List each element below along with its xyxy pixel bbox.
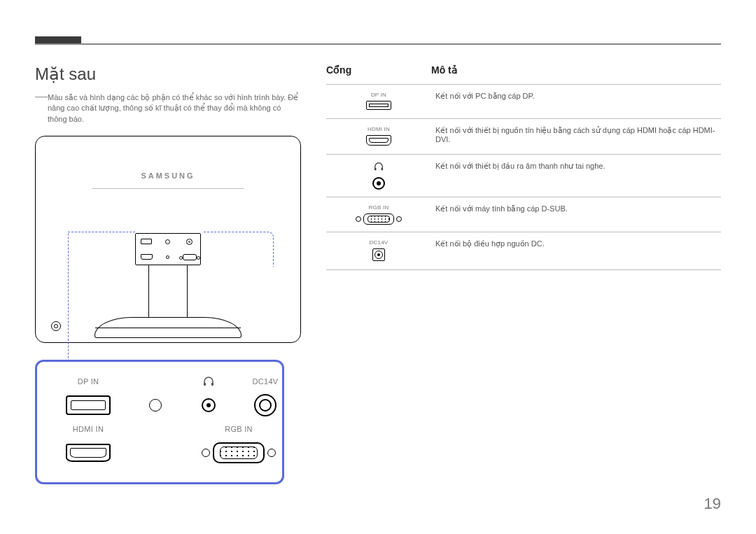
- th-port: Cổng: [326, 64, 431, 85]
- center-dot-icon: [166, 255, 169, 259]
- td-port-icon: RGB IN: [326, 197, 431, 232]
- headphone-jack-mini-icon: [372, 177, 385, 190]
- headphone-mini-icon: [374, 162, 384, 171]
- monitor-rear-illustration: SAMSUNG: [35, 136, 301, 343]
- port-table: Cổng Mô tả DP IN Kết nối với PC bằng cáp…: [326, 64, 721, 270]
- td-port-icon: DC14V: [326, 232, 431, 270]
- callout-dashed-top: [68, 232, 135, 232]
- table-row: RGB IN Kết nối với máy tính bằng cáp D-S…: [326, 197, 721, 232]
- hdmi-port-large-icon: [66, 444, 111, 462]
- headphone-icon: [203, 376, 214, 387]
- table-row: HDMI IN Kết nối với thiết bị nguồn tín h…: [326, 119, 721, 155]
- rgb-label: RGB IN: [225, 425, 253, 433]
- svg-rect-1: [211, 383, 214, 386]
- dp-port-large-icon: [66, 395, 111, 415]
- td-port-icon: DP IN: [326, 85, 431, 119]
- dc-mini-icon: [372, 248, 385, 261]
- center-hole-icon: [149, 399, 162, 412]
- port-mini-label: DP IN: [330, 92, 427, 98]
- dp-mini-icon: [366, 101, 391, 110]
- header-accent: [35, 36, 81, 43]
- page: Mặt sau ― Màu sắc và hình dạng các bộ ph…: [0, 0, 756, 534]
- power-button-icon: [51, 321, 61, 331]
- port-panel-enlarged: DP IN DC14V HDMI IN RGB IN: [35, 360, 284, 484]
- callout-dashed-right: [204, 232, 274, 267]
- section-title: Mặt sau: [35, 64, 301, 84]
- vga-port-large-icon: [202, 442, 276, 463]
- svg-rect-3: [382, 168, 384, 171]
- td-desc: Kết nối với thiết bị đầu ra âm thanh như…: [431, 155, 721, 197]
- page-number: 19: [704, 495, 721, 513]
- header-rule: [35, 43, 721, 45]
- port-panel-small: [135, 233, 201, 265]
- port-mini-label: HDMI IN: [330, 126, 427, 132]
- note-text: Màu sắc và hình dạng các bộ phận có thể …: [48, 92, 301, 125]
- port-mini-label: RGB IN: [330, 204, 427, 211]
- vga-port-icon: [183, 254, 197, 260]
- vga-mini-icon: [356, 213, 402, 225]
- port-mini-label: DC14V: [330, 239, 427, 246]
- monitor-arm: [148, 265, 188, 320]
- dc-port-large-icon: [254, 394, 276, 416]
- dp-port-icon: [141, 239, 152, 244]
- svg-rect-2: [374, 168, 377, 171]
- table-row: DC14V Kết nối bộ điều hợp nguồn DC.: [326, 232, 721, 270]
- two-column-layout: Mặt sau ― Màu sắc và hình dạng các bộ ph…: [35, 64, 721, 484]
- td-desc: Kết nối với thiết bị nguồn tín hiệu bằng…: [431, 119, 721, 155]
- hdmi-label: HDMI IN: [73, 425, 104, 433]
- th-desc: Mô tả: [431, 64, 721, 85]
- td-port-icon: [326, 155, 431, 197]
- hdmi-mini-icon: [366, 135, 391, 146]
- left-column: Mặt sau ― Màu sắc và hình dạng các bộ ph…: [35, 64, 301, 484]
- td-desc: Kết nối bộ điều hợp nguồn DC.: [431, 232, 721, 270]
- td-desc: Kết nối với máy tính bằng cáp D-SUB.: [431, 197, 721, 232]
- td-port-icon: HDMI IN: [326, 119, 431, 155]
- logo-underline: [92, 188, 244, 189]
- headphone-port-icon: [165, 239, 170, 244]
- hdmi-port-icon: [141, 254, 153, 260]
- samsung-logo: SAMSUNG: [36, 171, 300, 180]
- dp-label: DP IN: [78, 377, 99, 386]
- monitor-base: [94, 317, 241, 338]
- note: ― Màu sắc và hình dạng các bộ phận có th…: [35, 92, 301, 125]
- table-row: DP IN Kết nối với PC bằng cáp DP.: [326, 85, 721, 119]
- table-row: Kết nối với thiết bị đầu ra âm thanh như…: [326, 155, 721, 197]
- headphone-jack-large-icon: [202, 398, 216, 412]
- note-dash-icon: ―: [35, 92, 43, 99]
- dc-port-icon: [186, 239, 192, 245]
- dc-label: DC14V: [253, 377, 279, 386]
- svg-rect-0: [204, 383, 206, 386]
- td-desc: Kết nối với PC bằng cáp DP.: [431, 85, 721, 119]
- right-column: Cổng Mô tả DP IN Kết nối với PC bằng cáp…: [326, 64, 721, 484]
